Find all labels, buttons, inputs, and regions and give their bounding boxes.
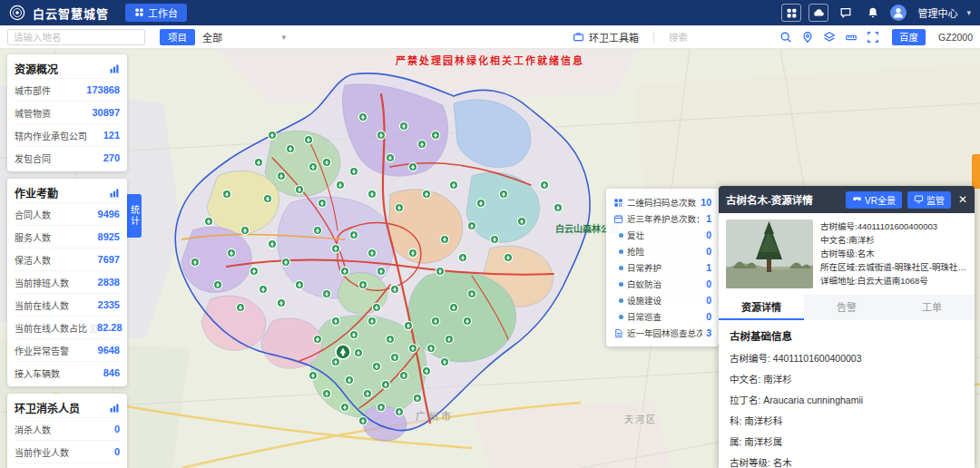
user-avatar[interactable]	[890, 5, 906, 21]
tree-marker[interactable]	[295, 280, 303, 288]
tree-marker[interactable]	[204, 217, 212, 225]
tree-marker[interactable]	[331, 244, 339, 252]
stat-value[interactable]: 121	[103, 130, 120, 141]
tree-marker[interactable]	[309, 162, 317, 171]
bell-icon[interactable]	[863, 4, 883, 22]
tree-marker[interactable]	[554, 203, 562, 211]
stats-value[interactable]: 0	[706, 295, 711, 306]
workbench-button[interactable]: 工作台	[125, 4, 187, 22]
tree-marker[interactable]	[390, 353, 398, 361]
detail-tab-告警[interactable]: 告警	[804, 295, 889, 320]
chevron-down-icon[interactable]: ▾	[966, 8, 971, 17]
tree-marker[interactable]	[440, 235, 448, 243]
stats-value[interactable]: 1	[706, 213, 711, 224]
stat-value[interactable]: 846	[103, 367, 120, 378]
tree-marker[interactable]	[322, 158, 330, 166]
message-icon[interactable]	[836, 4, 856, 22]
tree-marker[interactable]	[358, 416, 367, 424]
stat-value[interactable]: 0	[114, 446, 120, 457]
tree-marker[interactable]	[386, 153, 394, 161]
tree-marker[interactable]	[467, 289, 475, 297]
supervise-button[interactable]: 监管	[907, 191, 951, 209]
tree-marker[interactable]	[318, 199, 326, 207]
tree-marker[interactable]	[540, 180, 548, 189]
stat-value[interactable]: 9648	[98, 345, 120, 356]
tree-marker[interactable]	[499, 190, 507, 198]
project-select[interactable]: 全部 ▾	[202, 29, 286, 45]
tree-marker[interactable]	[191, 258, 199, 266]
stat-value[interactable]: 2335	[98, 299, 120, 310]
stats-value[interactable]: 1	[706, 262, 711, 273]
tree-marker[interactable]	[381, 380, 389, 388]
stats-value[interactable]: 10	[701, 197, 711, 208]
stat-value[interactable]: 0	[114, 424, 120, 434]
tree-marker[interactable]	[467, 221, 475, 229]
tree-marker[interactable]	[331, 357, 339, 366]
tree-marker[interactable]	[322, 389, 330, 397]
tree-marker[interactable]	[368, 190, 376, 198]
measure-icon[interactable]	[845, 31, 858, 44]
tree-marker[interactable]	[408, 249, 416, 257]
fullscreen-icon[interactable]	[867, 31, 879, 44]
tree-marker[interactable]	[431, 131, 439, 139]
stat-value[interactable]: 7697	[98, 254, 120, 265]
tree-marker[interactable]	[240, 226, 249, 234]
stats-value[interactable]: 0	[706, 278, 711, 289]
user-name[interactable]: 管理中心	[917, 5, 957, 20]
tree-marker[interactable]	[281, 258, 289, 266]
tree-marker[interactable]	[268, 239, 276, 248]
tree-marker[interactable]	[358, 112, 367, 121]
tree-marker[interactable]	[431, 317, 439, 325]
tree-marker[interactable]	[422, 190, 430, 198]
tree-marker[interactable]	[463, 317, 471, 325]
tree-marker[interactable]	[268, 131, 276, 139]
statistics-side-tab[interactable]: 统计	[127, 194, 142, 238]
chart-icon[interactable]	[109, 403, 120, 414]
tree-marker[interactable]	[236, 303, 244, 311]
info-icon[interactable]: ⓘ	[89, 325, 97, 334]
tree-marker[interactable]	[363, 389, 371, 397]
tree-marker[interactable]	[445, 335, 453, 343]
tree-marker[interactable]	[286, 144, 294, 152]
tree-marker[interactable]	[372, 362, 380, 370]
selected-tree-marker[interactable]	[336, 345, 350, 359]
tree-marker[interactable]	[222, 190, 230, 198]
tree-marker[interactable]	[372, 303, 380, 311]
tree-marker[interactable]	[277, 298, 285, 307]
stat-value[interactable]: 2838	[98, 277, 120, 288]
orange-side-tab[interactable]	[972, 154, 980, 189]
tree-marker[interactable]	[395, 407, 403, 415]
tree-marker[interactable]	[313, 226, 321, 234]
tree-marker[interactable]	[213, 280, 221, 288]
stat-value[interactable]: 270	[103, 152, 120, 163]
tree-marker[interactable]	[313, 335, 321, 343]
tree-marker[interactable]	[227, 249, 235, 257]
detail-tab-工单[interactable]: 工单	[889, 295, 975, 320]
tree-marker[interactable]	[250, 267, 258, 275]
detail-tab-资源详情[interactable]: 资源详情	[719, 295, 804, 320]
tree-marker[interactable]	[304, 135, 312, 143]
tree-marker[interactable]	[517, 217, 525, 225]
tree-marker[interactable]	[368, 249, 376, 257]
stats-value[interactable]: 3	[706, 327, 711, 338]
stat-value[interactable]: 173868	[86, 84, 120, 95]
tree-marker[interactable]	[277, 171, 285, 180]
toolbox-menu[interactable]: 环卫工具箱	[573, 30, 639, 44]
layers-icon[interactable]	[823, 31, 836, 44]
tree-marker[interactable]	[476, 199, 485, 207]
tree-marker[interactable]	[426, 344, 435, 352]
stats-value[interactable]: 0	[706, 311, 711, 322]
tree-marker[interactable]	[263, 194, 271, 202]
tree-marker[interactable]	[322, 289, 330, 297]
stats-value[interactable]: 0	[706, 246, 711, 257]
stat-value[interactable]: 30897	[92, 107, 120, 118]
tree-marker[interactable]	[390, 285, 398, 293]
tree-marker[interactable]	[408, 344, 416, 352]
place-search-input[interactable]	[7, 29, 145, 45]
keyword-search-input[interactable]	[669, 32, 769, 43]
tree-marker[interactable]	[358, 280, 367, 288]
cloud-icon[interactable]	[808, 4, 828, 22]
tree-marker[interactable]	[417, 140, 426, 148]
stat-value[interactable]: 8925	[98, 231, 120, 242]
tree-marker[interactable]	[377, 403, 385, 411]
